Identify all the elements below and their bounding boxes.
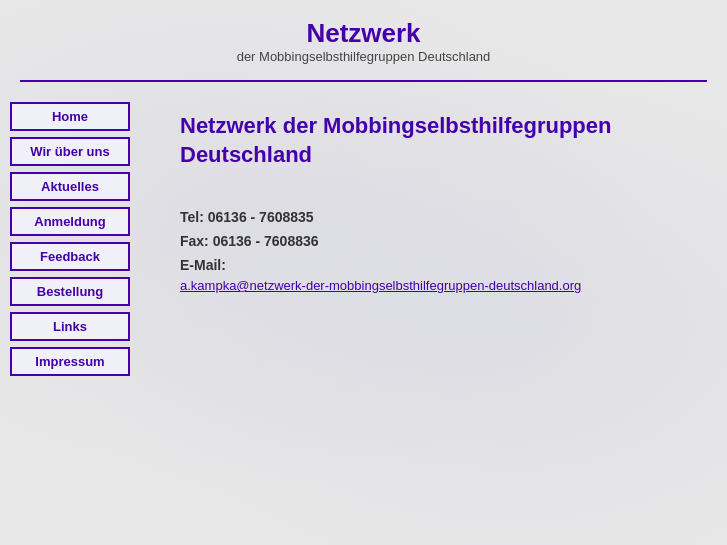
header: Netzwerk der Mobbingselbsthilfegruppen D… — [0, 0, 727, 82]
page-title: Netzwerk der Mobbingselbsthilfegruppen D… — [180, 112, 697, 169]
site-title: Netzwerk — [0, 18, 727, 49]
email-label: E-Mail: — [180, 257, 697, 273]
site-subtitle: der Mobbingselbsthilfegruppen Deutschlan… — [0, 49, 727, 64]
main-content: Netzwerk der Mobbingselbsthilfegruppen D… — [150, 92, 727, 376]
sidebar: Home Wir über uns Aktuelles Anmeldung Fe… — [0, 92, 150, 376]
sidebar-item-wir-ueber-uns[interactable]: Wir über uns — [10, 137, 130, 166]
tel-line: Tel: 06136 - 7608835 — [180, 209, 697, 225]
main-layout: Home Wir über uns Aktuelles Anmeldung Fe… — [0, 82, 727, 376]
sidebar-item-anmeldung[interactable]: Anmeldung — [10, 207, 130, 236]
fax-line: Fax: 06136 - 7608836 — [180, 233, 697, 249]
sidebar-item-bestellung[interactable]: Bestellung — [10, 277, 130, 306]
sidebar-item-home[interactable]: Home — [10, 102, 130, 131]
contact-info: Tel: 06136 - 7608835 Fax: 06136 - 760883… — [180, 209, 697, 293]
email-link[interactable]: a.kampka@netzwerk-der-mobbingselbsthilfe… — [180, 278, 581, 293]
sidebar-item-links[interactable]: Links — [10, 312, 130, 341]
sidebar-item-impressum[interactable]: Impressum — [10, 347, 130, 376]
sidebar-item-feedback[interactable]: Feedback — [10, 242, 130, 271]
sidebar-item-aktuelles[interactable]: Aktuelles — [10, 172, 130, 201]
